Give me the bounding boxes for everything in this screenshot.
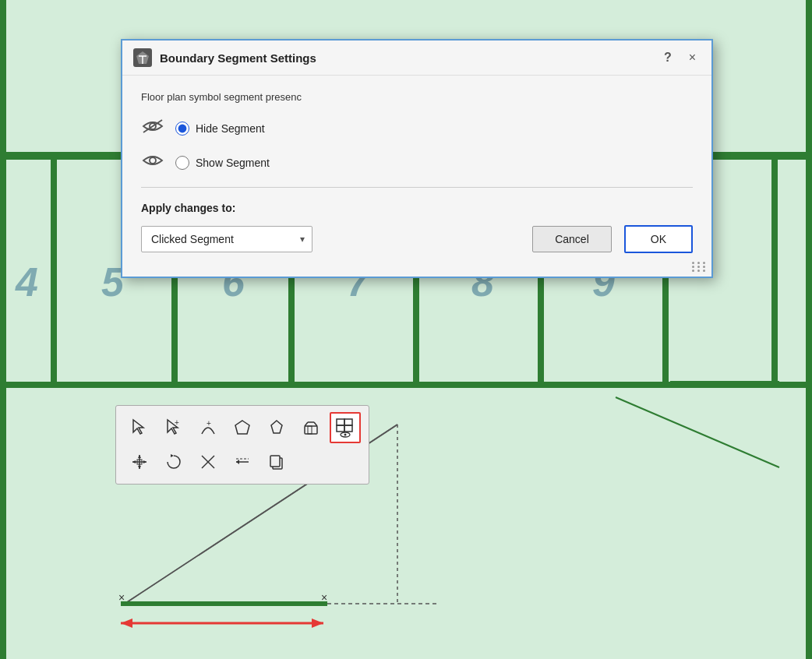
hide-segment-option: Hide Segment	[141, 118, 693, 139]
show-segment-option: Show Segment	[141, 153, 693, 173]
segment-dropdown-wrapper: Clicked Segment All Segments All Similar…	[141, 226, 312, 252]
dialog-resize-grip	[692, 262, 707, 272]
hide-segment-radio[interactable]	[175, 122, 189, 136]
dialog-close-button[interactable]: ×	[684, 49, 701, 66]
show-segment-label[interactable]: Show Segment	[175, 156, 270, 170]
hide-eye-icon	[141, 118, 164, 139]
cancel-button[interactable]: Cancel	[532, 226, 612, 252]
dialog-subtitle: Floor plan symbol segment presenc	[141, 91, 693, 103]
dialog-app-icon	[133, 48, 152, 67]
show-eye-icon	[141, 153, 164, 173]
dialog-overlay: Boundary Segment Settings ? × Floor plan…	[0, 0, 812, 659]
svg-point-64	[150, 157, 156, 164]
dialog-help-button[interactable]: ?	[659, 49, 676, 66]
dialog-divider	[141, 187, 693, 188]
dialog-footer: Clicked Segment All Segments All Similar…	[141, 225, 693, 261]
ok-button[interactable]: OK	[624, 225, 693, 253]
show-segment-radio[interactable]	[175, 156, 189, 170]
segment-dropdown[interactable]: Clicked Segment All Segments All Similar…	[141, 226, 312, 252]
apply-changes-label: Apply changes to:	[141, 202, 693, 214]
dialog-body: Floor plan symbol segment presenc Hide S…	[122, 76, 711, 277]
dialog-titlebar: Boundary Segment Settings ? ×	[122, 41, 711, 76]
dialog-title: Boundary Segment Settings	[160, 51, 651, 65]
hide-segment-label[interactable]: Hide Segment	[175, 122, 265, 136]
boundary-segment-dialog: Boundary Segment Settings ? × Floor plan…	[121, 39, 713, 278]
